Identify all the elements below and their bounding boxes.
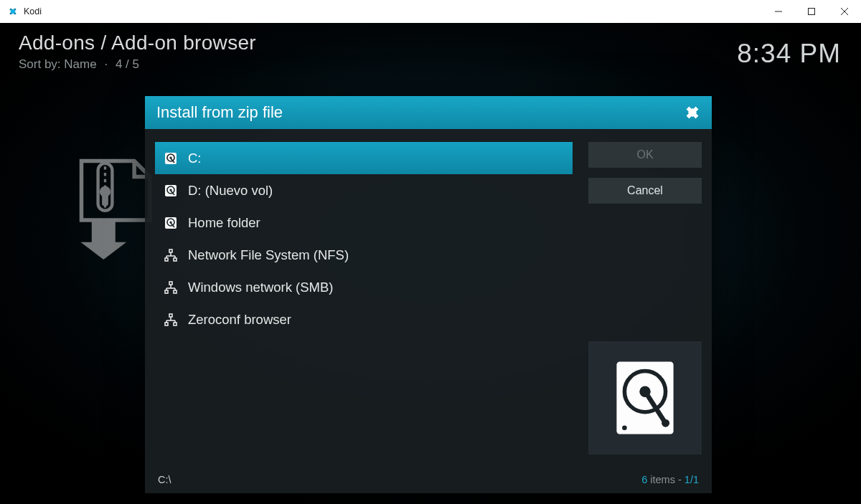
- drive-icon: [164, 184, 178, 198]
- clock: 8:34 PM: [737, 39, 841, 69]
- kodi-app: Add-ons / Add-on browser Sort by: Name ·…: [0, 23, 861, 504]
- svg-rect-30: [169, 249, 172, 252]
- ok-button[interactable]: OK: [588, 142, 702, 168]
- app-icon: [7, 6, 19, 17]
- install-zip-dialog: Install from zip file C: D: (Nuevo: [145, 96, 712, 493]
- dialog-footer: C:\ 6 items - 1/1: [145, 470, 712, 493]
- item-counter: 6 items - 1/1: [641, 474, 699, 485]
- network-icon: [164, 280, 178, 295]
- window-controls: [762, 0, 861, 23]
- list-item-zeroconf[interactable]: Zeroconf browser: [155, 303, 573, 336]
- list-item-label: Windows network (SMB): [188, 280, 334, 295]
- svg-point-56: [622, 426, 627, 431]
- separator-dot: ·: [104, 57, 108, 71]
- svg-rect-44: [169, 314, 172, 317]
- close-button[interactable]: [828, 0, 861, 23]
- list-item-label: Network File System (NFS): [188, 247, 349, 263]
- list-item-label: D: (Nuevo vol): [188, 183, 273, 199]
- dialog-side-column: OK Cancel: [588, 142, 702, 470]
- sort-value: Name: [64, 57, 96, 71]
- window-titlebar: Kodi: [0, 0, 861, 23]
- dialog-title: Install from zip file: [156, 103, 283, 122]
- sort-count: 4 / 5: [116, 57, 139, 71]
- dialog-body: C: D: (Nuevo vol) Home folder: [145, 129, 712, 470]
- svg-rect-46: [174, 323, 177, 325]
- kodi-logo-icon: [683, 103, 702, 122]
- list-item-smb[interactable]: Windows network (SMB): [155, 271, 573, 303]
- list-item-drive-c[interactable]: C:: [155, 142, 573, 174]
- svg-rect-39: [174, 290, 177, 293]
- list-item-label: Zeroconf browser: [188, 312, 291, 328]
- svg-point-55: [662, 419, 669, 427]
- svg-rect-32: [174, 258, 177, 261]
- sort-line: Sort by: Name · 4 / 5: [19, 57, 139, 72]
- svg-rect-12: [102, 195, 108, 206]
- sort-prefix: Sort by:: [19, 57, 61, 71]
- file-list: C: D: (Nuevo vol) Home folder: [155, 142, 573, 470]
- window-title: Kodi: [24, 6, 42, 16]
- dialog-header: Install from zip file: [145, 96, 712, 129]
- svg-rect-38: [165, 290, 168, 293]
- list-item-home-folder[interactable]: Home folder: [155, 206, 573, 239]
- list-item-drive-d[interactable]: D: (Nuevo vol): [155, 174, 573, 206]
- svg-rect-45: [165, 323, 168, 325]
- list-item-nfs[interactable]: Network File System (NFS): [155, 239, 573, 271]
- breadcrumb: Add-ons / Add-on browser: [19, 32, 256, 54]
- cancel-button[interactable]: Cancel: [588, 178, 702, 204]
- drive-icon: [164, 151, 178, 166]
- network-icon: [164, 248, 178, 262]
- svg-rect-31: [165, 258, 168, 261]
- current-path: C:\: [158, 474, 171, 485]
- drive-icon: [164, 216, 178, 230]
- maximize-button[interactable]: [795, 0, 828, 23]
- preview-thumbnail: [588, 341, 702, 455]
- svg-rect-37: [169, 282, 172, 285]
- list-item-label: Home folder: [188, 215, 260, 231]
- minimize-button[interactable]: [762, 0, 795, 23]
- svg-rect-6: [809, 9, 815, 15]
- list-item-label: C:: [188, 151, 202, 166]
- network-icon: [164, 313, 178, 327]
